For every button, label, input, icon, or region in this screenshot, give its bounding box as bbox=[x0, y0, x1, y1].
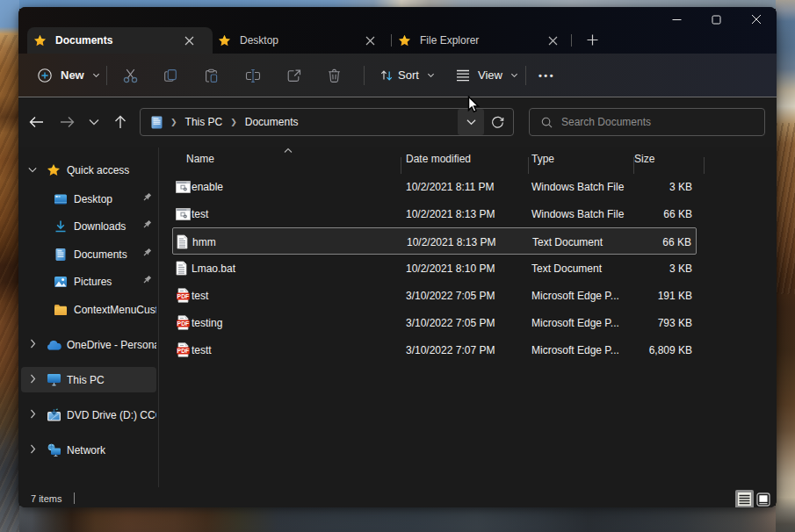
svg-text:PDF: PDF bbox=[177, 348, 190, 354]
svg-text:PDF: PDF bbox=[177, 293, 190, 299]
svg-text:PDF: PDF bbox=[177, 320, 190, 327]
